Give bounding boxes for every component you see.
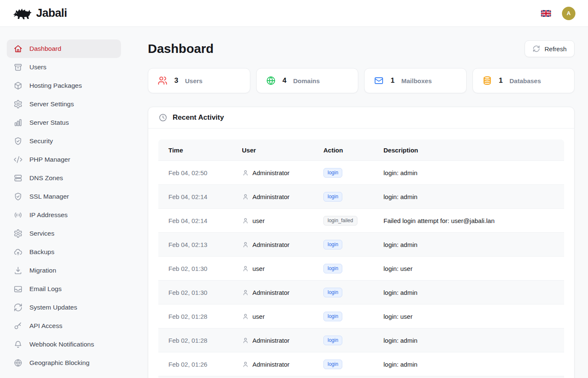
sidebar: Dashboard Users Hosting Packages Server … (0, 27, 128, 378)
person-icon (242, 241, 249, 248)
sidebar-item-server-status[interactable]: Server Status (7, 113, 121, 132)
top-bar: Jabali A (0, 0, 588, 27)
bar-chart-icon (13, 118, 23, 127)
download-icon (13, 266, 23, 275)
stat-card-users[interactable]: 3 Users (148, 68, 250, 93)
inbox-icon (13, 284, 23, 294)
uk-flag-icon[interactable] (541, 10, 551, 17)
stat-label: Domains (293, 77, 320, 84)
stat-value: 1 (391, 76, 394, 85)
globe-icon (266, 76, 276, 86)
stat-label: Databases (509, 77, 541, 84)
person-icon (242, 193, 249, 200)
stat-label: Mailboxes (401, 77, 432, 84)
sidebar-item-php-manager[interactable]: PHP Manager (7, 150, 121, 169)
column-header-user: User (242, 139, 323, 160)
sidebar-item-server-settings[interactable]: Server Settings (7, 95, 121, 113)
person-icon (242, 217, 249, 224)
stat-value: 3 (174, 76, 178, 85)
table-row: Feb 02, 01:30 Administrator login login:… (158, 280, 564, 304)
users-icon (158, 76, 168, 86)
table-row: Feb 04, 02:14 user login_failed Failed l… (158, 208, 564, 232)
sidebar-item-dns-zones[interactable]: DNS Zones (7, 169, 121, 187)
page-title: Dashboard (148, 42, 214, 56)
cloud-upload-icon (13, 247, 23, 257)
sidebar-item-geographic-blocking[interactable]: Geographic Blocking (7, 354, 121, 372)
bell-icon (13, 340, 23, 349)
sidebar-item-email-logs[interactable]: Email Logs (7, 280, 121, 298)
refresh-icon (533, 45, 540, 52)
sidebar-item-system-updates[interactable]: System Updates (7, 298, 121, 317)
main-content: Dashboard Refresh 3 Users 4 Domains 1 Ma… (128, 27, 588, 378)
action-badge: login (323, 192, 342, 202)
stat-card-mailboxes[interactable]: 1 Mailboxes (364, 68, 467, 93)
sidebar-item-api-access[interactable]: API Access (7, 317, 121, 335)
refresh-icon (13, 303, 23, 312)
person-icon (242, 265, 249, 272)
section-title: Recent Activity (173, 113, 224, 122)
activity-table: Time User Action Description Feb 04, 02:… (158, 139, 564, 378)
table-row: Feb 02, 01:28 user login login: user (158, 304, 564, 328)
shield-check-icon (13, 192, 23, 201)
person-icon (242, 169, 249, 176)
sidebar-item-dashboard[interactable]: Dashboard (7, 39, 121, 58)
stat-value: 1 (499, 76, 503, 85)
action-badge: login (323, 288, 342, 297)
user-avatar[interactable]: A (562, 7, 575, 20)
table-row-partial (158, 376, 564, 378)
server-icon (13, 173, 23, 183)
gear-icon (13, 229, 23, 238)
home-icon (13, 44, 23, 53)
table-row: Feb 04, 02:13 Administrator login login:… (158, 232, 564, 256)
mail-icon (374, 76, 384, 86)
sidebar-item-services[interactable]: Services (7, 224, 121, 243)
column-header-description: Description (383, 139, 564, 160)
table-row: Feb 02, 01:28 Administrator login login:… (158, 328, 564, 352)
action-badge: login (323, 360, 342, 369)
action-badge: login (323, 264, 342, 273)
column-header-action: Action (323, 139, 383, 160)
globe-icon (13, 358, 23, 368)
sidebar-item-users[interactable]: Users (7, 58, 121, 76)
sidebar-item-webhook-notifications[interactable]: Webhook Notifications (7, 335, 121, 354)
action-badge: login (323, 336, 342, 345)
table-row: Feb 02, 01:26 Administrator login login:… (158, 352, 564, 376)
brand[interactable]: Jabali (13, 7, 67, 20)
stat-label: Users (185, 77, 202, 84)
code-icon (13, 155, 23, 164)
person-icon (242, 337, 249, 344)
broadcast-icon (13, 210, 23, 220)
stat-cards: 3 Users 4 Domains 1 Mailboxes 1 Database… (148, 68, 575, 93)
action-badge: login_failed (323, 216, 357, 226)
table-header-row: Time User Action Description (158, 139, 564, 160)
shield-check-icon (13, 136, 23, 146)
archive-icon (13, 63, 23, 72)
package-icon (13, 81, 23, 90)
table-row: Feb 04, 02:50 Administrator login login:… (158, 160, 564, 184)
person-icon (242, 289, 249, 296)
sidebar-item-ssl-manager[interactable]: SSL Manager (7, 187, 121, 206)
recent-activity-card: Recent Activity Time User Action Descrip… (148, 107, 575, 378)
key-icon (13, 321, 23, 331)
sidebar-item-ip-addresses[interactable]: IP Addresses (7, 206, 121, 224)
table-row: Feb 04, 02:14 Administrator login login:… (158, 184, 564, 208)
stat-value: 4 (283, 76, 286, 85)
sidebar-item-hosting-packages[interactable]: Hosting Packages (7, 76, 121, 95)
boar-logo-icon (13, 7, 32, 20)
person-icon (242, 361, 249, 368)
action-badge: login (323, 168, 342, 178)
stat-card-domains[interactable]: 4 Domains (256, 68, 359, 93)
refresh-button[interactable]: Refresh (525, 40, 575, 57)
sidebar-item-migration[interactable]: Migration (7, 261, 121, 280)
table-row: Feb 02, 01:30 user login login: user (158, 256, 564, 280)
action-badge: login (323, 240, 342, 249)
sidebar-item-security[interactable]: Security (7, 132, 121, 150)
database-icon (482, 76, 492, 86)
stat-card-databases[interactable]: 1 Databases (472, 68, 575, 93)
brand-name: Jabali (36, 7, 67, 20)
clock-icon (158, 113, 168, 122)
person-icon (242, 313, 249, 320)
column-header-time: Time (158, 139, 242, 160)
sidebar-item-backups[interactable]: Backups (7, 243, 121, 261)
action-badge: login (323, 312, 342, 321)
